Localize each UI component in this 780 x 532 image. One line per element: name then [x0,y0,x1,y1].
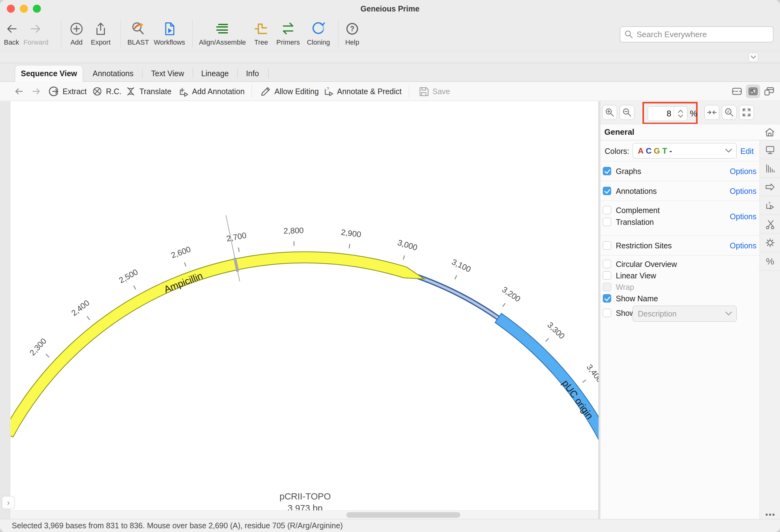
colors-edit-link[interactable]: Edit [740,147,754,156]
zoom-level-highlight-box: 8 % [642,102,697,124]
history-back-button[interactable] [14,82,24,101]
history-forward-button[interactable] [31,82,42,101]
tab-sequence-view[interactable]: Sequence View [15,65,83,82]
complement-checkbox[interactable] [603,206,611,214]
annotations-row: Annotations Options [600,181,760,201]
plasmid-map[interactable]: 2,3002,4002,5002,6002,7002,8002,9003,000… [10,101,598,519]
colors-row: Colors: ACGT- Edit [600,141,760,161]
toolbar-collapse-chevron-button[interactable] [748,53,758,62]
horizontal-scrollbar[interactable] [10,510,598,519]
restriction-scissors-tab-button[interactable] [760,215,780,233]
cloning-button[interactable]: Cloning [304,20,333,46]
window-title: Geneious Prime [0,0,780,17]
tree-button[interactable]: Tree [250,20,272,46]
colors-dropdown[interactable]: ACGT- [633,143,737,159]
show-dropdown-value: Description [638,309,677,318]
toolbar-options-strip [0,51,780,63]
annotations-options-link[interactable]: Options [730,187,757,196]
translation-checkbox[interactable] [603,218,611,226]
horizontal-scrollbar-thumb[interactable] [346,512,460,518]
titlebar: Geneious Prime [0,0,780,17]
blast-magnifier-icon [126,20,151,38]
graphs-tab-button[interactable] [760,159,780,178]
annotation-band[interactable] [10,252,424,437]
restriction-sites-options-link[interactable]: Options [730,241,757,250]
allow-editing-button[interactable]: Allow Editing [260,82,319,101]
show-description-checkbox[interactable] [603,309,611,317]
expanded-layout-button[interactable] [730,85,744,98]
forward-button[interactable]: Forward [22,20,50,46]
svg-text:?: ? [327,87,329,91]
wrap-checkbox [603,283,611,291]
chevron-down-icon [725,312,732,316]
translate-button[interactable]: Translate [125,82,171,101]
align-assemble-button[interactable]: Align/Assemble [198,20,247,46]
add-annotation-button[interactable]: Add Annotation [178,82,245,101]
spinner-down-icon[interactable] [678,114,683,118]
graphs-options-link[interactable]: Options [730,167,757,176]
save-icon [418,86,429,97]
annotations-tab-button[interactable] [760,178,780,196]
zoom-level-spinner[interactable]: 8 [648,106,687,121]
workflows-button[interactable]: Workflows [152,20,187,46]
general-section-header: General [600,124,780,140]
show-description-dropdown[interactable]: Description [633,306,737,322]
graphs-checkbox[interactable] [603,167,611,175]
show-name-checkbox[interactable] [603,294,611,303]
annotate-predict-button[interactable]: ? Annotate & Predict [323,82,401,101]
expand-sidebar-button[interactable]: › [2,496,15,509]
export-button[interactable]: Export [89,20,113,46]
view-mode-strip: ? % [760,141,780,519]
reverse-complement-button[interactable]: R.C. [92,82,121,101]
help-button[interactable]: ? Help [343,20,362,46]
tab-lineage[interactable]: Lineage [201,65,229,82]
zoom-level-value[interactable]: 8 [648,107,674,121]
align-assemble-icon [198,20,247,38]
display-tab-button[interactable] [760,141,780,159]
split-view-layout-button[interactable] [762,85,776,98]
settings-gear-tab-button[interactable] [760,233,780,252]
zoom-to-annotation-button[interactable]: A [722,105,737,120]
full-screen-button[interactable] [739,105,754,120]
restriction-sites-checkbox[interactable] [603,241,611,250]
complement-translation-options-link[interactable]: Options [730,212,757,221]
graphs-row: Graphs Options [600,161,760,181]
tab-annotations[interactable]: Annotations [92,65,134,82]
save-button[interactable]: Save [418,82,450,101]
add-button[interactable]: Add [67,20,86,46]
annotate-predict-tab-button[interactable]: ? [760,196,780,215]
add-annotation-icon [178,86,189,97]
primers-button[interactable]: Primers [273,20,303,46]
tab-info[interactable]: Info [245,65,259,82]
sequence-view-canvas[interactable]: 2,3002,4002,5002,6002,7002,8002,9003,000… [10,101,598,519]
tick-label: 3,100 [450,257,473,274]
tick-label: 2,800 [284,226,304,236]
tick-label: 2,300 [28,336,48,357]
options-panel: 8 % A General [600,101,780,519]
zoom-in-button[interactable] [602,105,617,120]
spinner-up-icon[interactable] [678,110,683,113]
circular-overview-checkbox[interactable] [603,260,611,268]
blast-button[interactable]: BLAST [126,20,151,46]
general-tab-button[interactable] [760,124,780,140]
geneious-prime-window: Geneious Prime Back Forward Add E [0,0,780,532]
pencil-icon [260,86,272,97]
linear-view-checkbox[interactable] [603,271,611,280]
zoom-out-button[interactable] [620,105,634,120]
percent-identity-tab-button[interactable]: % [760,252,780,271]
search-everywhere-input[interactable]: Search Everywhere [620,26,774,42]
svg-text:?: ? [350,25,354,33]
annotation-band[interactable] [495,313,598,441]
extract-button[interactable]: Extract [48,82,87,101]
extract-icon [48,86,59,97]
zoom-spinner-arrows[interactable] [674,107,687,121]
fit-to-width-button[interactable] [704,105,719,120]
back-button[interactable]: Back [2,20,20,46]
complement-translation-row: Complement Translation Options [600,201,760,236]
tick-label: 2,900 [340,227,361,239]
tab-text-view[interactable]: Text View [151,65,185,82]
single-view-layout-button[interactable] [746,85,760,98]
document-tabbar: Sequence View Annotations Text View Line… [0,63,780,82]
dna-icon [92,86,103,97]
annotations-checkbox[interactable] [603,187,611,195]
